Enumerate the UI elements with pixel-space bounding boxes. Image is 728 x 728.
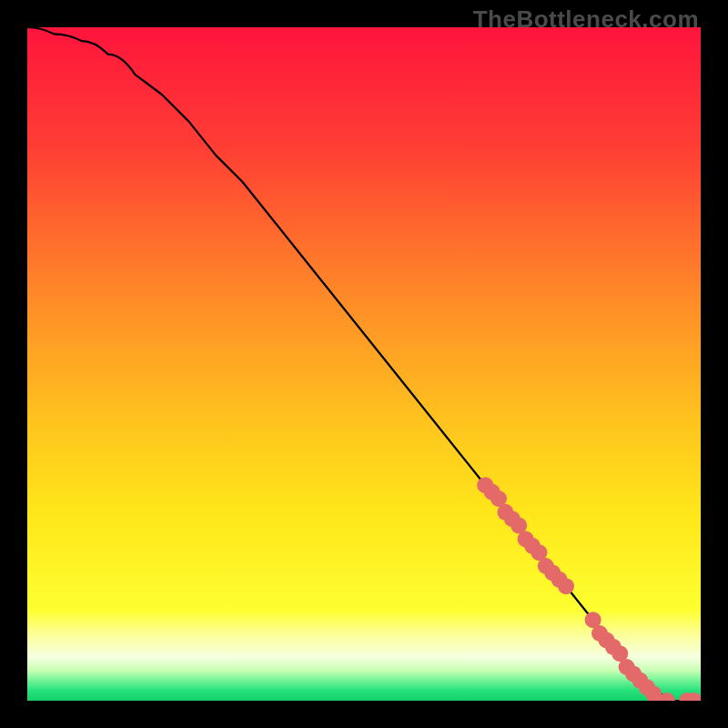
chart-frame: TheBottleneck.com bbox=[0, 0, 728, 728]
data-point bbox=[558, 578, 574, 594]
chart-svg bbox=[27, 27, 701, 701]
chart-background bbox=[27, 27, 701, 701]
watermark-text: TheBottleneck.com bbox=[473, 5, 699, 34]
plot-area bbox=[27, 27, 701, 701]
